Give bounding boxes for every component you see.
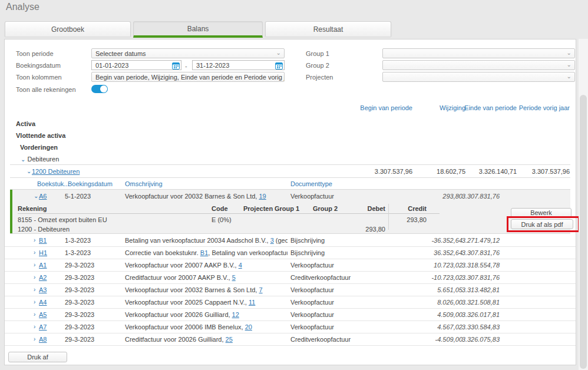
subtable-header-boekingsdatum[interactable]: Boekingsdatum: [68, 180, 113, 187]
entry-ref-link[interactable]: 19: [259, 193, 266, 200]
entry-date: 29-3-2023: [65, 309, 94, 321]
chevron-right-icon[interactable]: ›: [34, 247, 35, 259]
toggle-knob: [100, 85, 107, 92]
subtable-header-boekstuk[interactable]: Boekstuk...: [37, 180, 69, 187]
chevron-right-icon[interactable]: ›: [34, 234, 35, 246]
group1-select[interactable]: ⌄: [382, 48, 575, 58]
chevron-right-icon[interactable]: ›: [34, 333, 35, 345]
entry-code-link[interactable]: A4: [39, 296, 47, 308]
chevron-down-icon: ⌄: [567, 49, 572, 56]
scrollbar-track[interactable]: [579, 39, 588, 370]
bewerk-button-label: Bewerk: [530, 209, 552, 216]
toon-kolommen-select[interactable]: Begin van periode, Wijziging, Einde van …: [91, 72, 285, 82]
entry-code-link[interactable]: A2: [39, 272, 47, 283]
entry-code-link[interactable]: B1: [39, 234, 47, 246]
table-row[interactable]: › A8 29-3-2023 Creditfactuur voor 20026 …: [5, 333, 576, 346]
entry-ref-link[interactable]: 20: [245, 323, 252, 331]
column-header-wijziging[interactable]: Wijziging: [440, 104, 465, 111]
entry-ref-link[interactable]: 4: [239, 262, 242, 269]
detail-row-credit-value: 293,80: [407, 216, 427, 223]
column-header-einde-van-periode[interactable]: Einde van periode: [464, 104, 517, 111]
chevron-right-icon[interactable]: ›: [34, 296, 35, 308]
entry-desc-text: Verkoopfactuur voor 20032 Barnes & Son L…: [125, 286, 259, 293]
column-header-periode-vorig-jaar[interactable]: Periode vorig jaar: [519, 104, 570, 111]
chevron-right-icon[interactable]: ›: [34, 321, 35, 333]
table-row[interactable]: › A3 29-3-2023 Verkoopfactuur voor 20032…: [5, 284, 576, 296]
table-row[interactable]: › H1 1-3-2023 Correctie van boekstuknr. …: [5, 247, 576, 259]
tab-resultaat-label: Resultaat: [313, 25, 343, 34]
calendar-icon[interactable]: [172, 62, 180, 70]
calendar-icon[interactable]: [275, 62, 283, 70]
entry-balance-value: 3.326.017,81: [462, 309, 500, 321]
tab-resultaat[interactable]: Resultaat: [265, 21, 391, 37]
projecten-label: Projecten: [306, 74, 333, 81]
table-row[interactable]: › A2 29-3-2023 Creditfactuur voor 20007 …: [5, 272, 576, 284]
entry-ref-link[interactable]: 11: [249, 299, 255, 306]
entry-ref-link[interactable]: 5: [232, 274, 236, 281]
date-from-input[interactable]: 01-01-2023: [91, 60, 181, 70]
divider: [10, 177, 570, 178]
entry-change-value: 36.352,64: [434, 247, 463, 259]
chevron-right-icon[interactable]: ›: [34, 272, 35, 283]
tab-balans-label: Balans: [187, 25, 209, 33]
chevron-expanded-icon[interactable]: ⌄: [21, 156, 25, 163]
entry-code-link[interactable]: A1: [39, 259, 47, 271]
tree-item-debiteuren[interactable]: ⌄ Debiteuren: [21, 156, 59, 163]
balans-panel: Toon periode Boekingsdatum Toon kolommen…: [4, 39, 576, 365]
entry-doctype: Verkoopfactuur: [290, 284, 334, 296]
divider: [10, 164, 570, 165]
chevron-expanded-icon[interactable]: ⌄: [34, 193, 38, 199]
toon-alle-rekeningen-toggle[interactable]: [91, 85, 108, 93]
scrollbar-thumb[interactable]: [580, 95, 587, 369]
table-row[interactable]: › A4 29-3-2023 Verkoopfactuur voor 20025…: [5, 296, 576, 309]
toon-periode-select[interactable]: Selecteer datums ⌄: [91, 48, 285, 58]
subtable-header-omschrijving[interactable]: Omschrijving: [125, 180, 163, 187]
chevron-expanded-icon[interactable]: ⌄: [27, 168, 31, 174]
table-row[interactable]: › A5 29-3-2023 Verkoopfactuur voor 20026…: [5, 309, 576, 321]
entry-change-value: 4.567,02: [437, 321, 463, 333]
table-row[interactable]: › B1 1-3-2023 Betaling van verkoopfactuu…: [5, 234, 576, 247]
druk-af-button[interactable]: Druk af: [8, 352, 67, 362]
entry-ref-link[interactable]: 7: [259, 286, 262, 293]
tab-grootboek[interactable]: Grootboek: [5, 21, 131, 37]
entry-desc-text: , Betaling van verkoopfactuur 20034 Aad.…: [208, 249, 288, 256]
entry-doctype: Verkoopfactuur: [290, 309, 334, 321]
entry-change-value: 293,80: [442, 193, 463, 200]
date-to-input[interactable]: 31-12-2023: [192, 60, 285, 70]
entry-description: Verkoopfactuur voor 20032 Barnes & Son L…: [125, 193, 266, 200]
debet-credit-divider: [388, 204, 389, 230]
entry-code-link[interactable]: A7: [39, 321, 47, 333]
detail-header-group2: Group 2: [313, 205, 338, 212]
date-to-value: 31-12-2023: [196, 62, 229, 69]
entry-date: 29-3-2023: [65, 284, 94, 296]
entry-ref-link[interactable]: 12: [232, 311, 239, 318]
projecten-select[interactable]: ⌄: [382, 72, 575, 82]
chevron-right-icon[interactable]: ›: [34, 309, 35, 321]
entry-code-link[interactable]: A8: [39, 333, 47, 345]
transactions-list: › B1 1-3-2023 Betaling van verkoopfactuu…: [5, 234, 576, 346]
entry-balance-value: 3.330.584,83: [462, 321, 500, 333]
detail-header-rekening: Rekening: [18, 205, 47, 212]
entry-code-link[interactable]: H1: [39, 247, 47, 259]
account-link-1200-debiteuren[interactable]: 1200 Debiteuren: [32, 168, 80, 175]
chevron-right-icon[interactable]: ›: [34, 259, 35, 271]
entry-ref-link[interactable]: B1: [200, 249, 208, 256]
entry-ref-link[interactable]: 25: [226, 336, 233, 343]
account-begin-value: 3.307.537,96: [375, 168, 412, 175]
detail-row-rekening: 1200 - Debiteuren: [18, 226, 70, 233]
table-row[interactable]: › A1 29-3-2023 Verkoopfactuur voor 20007…: [5, 259, 576, 272]
entry-date: 29-3-2023: [65, 259, 94, 271]
tab-balans[interactable]: Balans: [133, 21, 263, 38]
entry-code-link[interactable]: A5: [39, 309, 47, 321]
table-row[interactable]: › A7 29-3-2023 Verkoopfactuur voor 20006…: [5, 321, 576, 333]
entry-code-link[interactable]: A6: [39, 193, 47, 200]
group2-select[interactable]: ⌄: [382, 60, 575, 70]
subtable-header-documenttype[interactable]: Documenttype: [290, 180, 332, 187]
column-header-begin-van-periode[interactable]: Begin van periode: [360, 104, 412, 111]
entry-date: 29-3-2023: [65, 272, 94, 283]
chevron-right-icon[interactable]: ›: [34, 284, 35, 296]
entry-desc-text: Correctie van boekstuknr.: [125, 249, 200, 256]
druk-af-als-pdf-button[interactable]: Druk af als pdf: [511, 219, 573, 229]
chevron-down-icon: ⌄: [276, 73, 281, 80]
entry-code-link[interactable]: A3: [39, 284, 47, 296]
